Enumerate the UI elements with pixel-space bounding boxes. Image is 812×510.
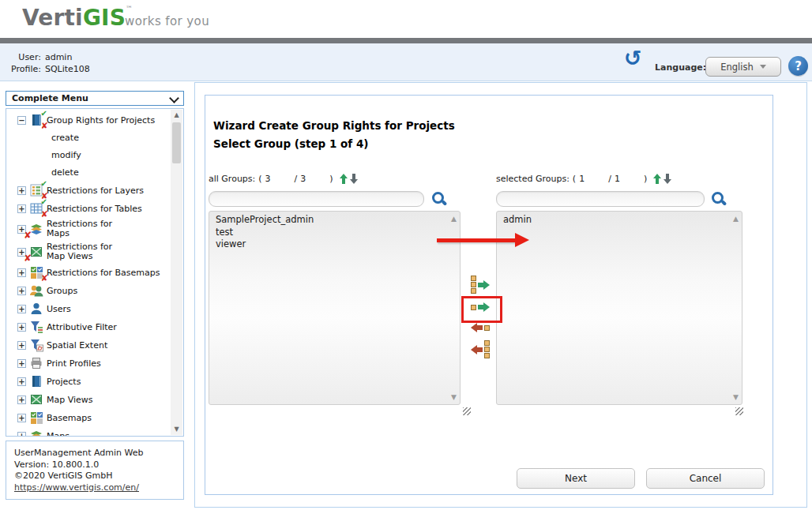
- tree-item-group-rights-for-projects[interactable]: − Group Rights for Projects: [17, 113, 170, 127]
- tree-item-modify[interactable]: modify: [17, 148, 170, 161]
- move-selected-left-button[interactable]: [471, 323, 490, 332]
- users-icon: [29, 302, 43, 316]
- sort-toggle[interactable]: [653, 174, 671, 184]
- scroll-up-icon[interactable]: ▲: [733, 215, 739, 223]
- search-icon[interactable]: [711, 191, 727, 207]
- tree-item-restrictions-for-layers[interactable]: + Restrictions for Layers: [17, 183, 170, 197]
- items-icon: [484, 340, 490, 358]
- tree-item-map-views[interactable]: + Map Views: [17, 392, 170, 407]
- expand-icon[interactable]: +: [17, 414, 26, 422]
- list-item[interactable]: SampleProject_admin: [209, 212, 460, 226]
- user-label: User:: [11, 52, 41, 62]
- move-all-right-button[interactable]: [471, 276, 490, 294]
- tree-item-label: Maps: [47, 431, 70, 437]
- paren: (: [258, 174, 261, 184]
- tree-item-restrictions-for-basemaps[interactable]: + Restrictions for Basemaps: [17, 265, 170, 279]
- items-icon: [471, 276, 476, 294]
- vertigis-link[interactable]: https://www.vertigis.com/en/: [14, 482, 139, 493]
- next-button[interactable]: Next: [517, 468, 635, 489]
- info-bar: User: admin Profile: SQLite108 ↺ Languag…: [0, 43, 812, 81]
- arrow-right-icon: [478, 280, 490, 290]
- tree-item-attributive-filter[interactable]: + Attributive Filter: [17, 320, 170, 334]
- expand-icon[interactable]: +: [17, 377, 26, 386]
- tree-item-label: Restrictions for Maps: [47, 219, 122, 238]
- tree-item-label: Restrictions for Map Views: [47, 242, 122, 261]
- scrollbar-thumb[interactable]: [172, 122, 181, 163]
- expand-icon[interactable]: +: [17, 432, 26, 437]
- refresh-icon[interactable]: ↺: [624, 47, 642, 70]
- tree-item-maps[interactable]: + Maps: [17, 429, 170, 437]
- tree-item-groups[interactable]: + Groups: [17, 283, 170, 298]
- paren: (: [573, 174, 576, 184]
- list-item[interactable]: viewer: [209, 238, 460, 250]
- all-groups-count-current: 3: [265, 174, 291, 184]
- expand-icon[interactable]: +: [17, 305, 26, 313]
- sort-toggle[interactable]: [340, 174, 358, 184]
- wizard-title: Wizard Create Group Rights for Projects: [213, 117, 455, 135]
- cancel-button[interactable]: Cancel: [646, 468, 765, 489]
- tree-item-create[interactable]: create: [17, 131, 170, 144]
- expand-icon[interactable]: +: [17, 396, 26, 404]
- expand-icon[interactable]: +: [17, 287, 26, 295]
- tree-scrollbar[interactable]: ▲ ▼: [171, 110, 182, 435]
- selected-groups-listbox[interactable]: admin ▲ ▼: [496, 211, 742, 405]
- language-select[interactable]: English: [705, 57, 781, 77]
- tree-item-restrictions-for-tables[interactable]: + Restrictions for Tables: [17, 201, 170, 216]
- tree-item-restrictions-for-maps[interactable]: + Restrictions for Maps: [17, 219, 170, 238]
- expand-icon[interactable]: +: [17, 186, 26, 195]
- navigation-tree: − Group Rights for Projects create modif…: [6, 108, 184, 437]
- all-groups-count-total: 3: [300, 174, 326, 184]
- session-info: User: admin Profile: SQLite108: [11, 52, 90, 74]
- expand-icon[interactable]: +: [17, 359, 26, 368]
- language-label: Language:: [655, 62, 706, 73]
- map-restrictions-icon: [29, 222, 43, 236]
- scroll-up-icon[interactable]: ▲: [451, 215, 457, 223]
- slash: /: [295, 174, 298, 184]
- tree-item-label: Restrictions for Basemaps: [47, 268, 160, 278]
- all-groups-listbox[interactable]: SampleProject_admin test viewer ▲ ▼: [209, 211, 461, 405]
- tree-item-print-profiles[interactable]: + Print Profiles: [17, 356, 170, 370]
- menu-select-value: Complete Menu: [12, 93, 88, 103]
- list-item[interactable]: admin: [497, 212, 742, 226]
- list-item[interactable]: test: [209, 226, 460, 238]
- search-icon[interactable]: [431, 191, 447, 207]
- expand-icon[interactable]: +: [17, 204, 26, 213]
- sort-descending-icon[interactable]: [664, 174, 671, 184]
- resize-handle[interactable]: [463, 407, 471, 415]
- tree-item-restrictions-for-map-views[interactable]: + Restrictions for Map Views: [17, 242, 170, 261]
- about-app-name: UserManagement Admin Web: [14, 448, 175, 459]
- tree-item-projects[interactable]: + Projects: [17, 374, 170, 388]
- menu-select[interactable]: Complete Menu: [6, 91, 184, 106]
- user-value: admin: [45, 52, 90, 62]
- scroll-down-icon[interactable]: ▼: [451, 393, 457, 401]
- sort-ascending-icon[interactable]: [340, 174, 348, 184]
- sort-descending-icon[interactable]: [350, 174, 358, 184]
- groups-icon: [29, 283, 43, 298]
- tree-item-spatial-extent[interactable]: + Spatial Extent: [17, 338, 170, 352]
- help-button[interactable]: ?: [788, 56, 808, 76]
- tree-item-label: Groups: [47, 286, 77, 296]
- move-all-left-button[interactable]: [471, 340, 490, 358]
- table-restrictions-icon: [29, 201, 43, 216]
- scroll-down-icon[interactable]: ▼: [171, 424, 182, 435]
- scroll-up-icon[interactable]: ▲: [171, 110, 182, 121]
- expand-icon[interactable]: +: [17, 323, 26, 332]
- attributive-filter-icon: [29, 320, 43, 334]
- tree-item-basemaps[interactable]: + Basemaps: [17, 411, 170, 425]
- selected-groups-header: selected Groups: ( 1 / 1 ): [496, 174, 671, 184]
- tree-item-delete[interactable]: delete: [17, 166, 170, 178]
- all-groups-search-input[interactable]: [209, 191, 424, 207]
- expand-icon[interactable]: +: [17, 341, 26, 350]
- move-selected-right-button[interactable]: [471, 302, 490, 312]
- selected-groups-search-input[interactable]: [496, 191, 705, 207]
- tree-item-label: Spatial Extent: [47, 340, 107, 351]
- all-groups-label: all Groups:: [209, 174, 255, 184]
- sort-ascending-icon[interactable]: [653, 174, 661, 184]
- scroll-down-icon[interactable]: ▼: [733, 393, 739, 401]
- expand-icon[interactable]: +: [17, 268, 26, 277]
- collapse-icon[interactable]: −: [17, 116, 26, 125]
- header-divider-bar: [0, 38, 812, 43]
- tree-item-users[interactable]: + Users: [17, 302, 170, 316]
- resize-handle[interactable]: [735, 407, 743, 415]
- paren: ): [644, 174, 647, 184]
